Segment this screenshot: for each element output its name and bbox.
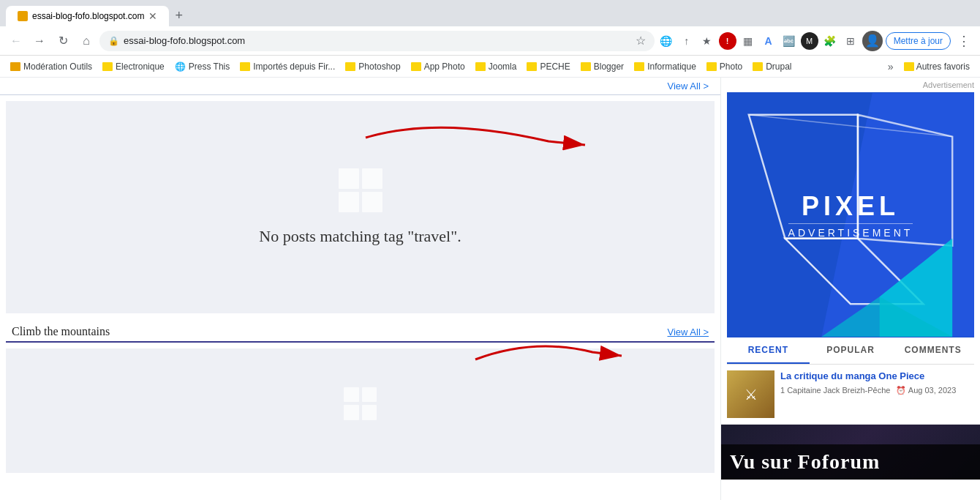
bookmark-informatique[interactable]: Informatique: [630, 60, 701, 73]
no-posts-message: No posts matching tag "travel".: [259, 227, 461, 246]
bookmark-importes[interactable]: Importés depuis Fir...: [235, 60, 339, 73]
bookmark-app-photo[interactable]: App Photo: [407, 60, 470, 73]
pixel-ad-subtitle: ADVERTISEMENT: [788, 223, 913, 239]
bookmark-blogger[interactable]: Blogger: [576, 60, 628, 73]
view-all-link-top[interactable]: View All >: [668, 81, 709, 92]
active-tab[interactable]: essai-blog-fofo.blogspot.com ✕: [6, 6, 169, 26]
bookmark-joomla[interactable]: Joomla: [471, 60, 521, 73]
folder-icon: [240, 62, 250, 71]
update-button[interactable]: Mettre à jour: [886, 32, 951, 50]
foforum-overlay-banner: Vu sur Foforum: [721, 444, 980, 480]
tab-title: essai-blog-fofo.blogspot.com: [32, 11, 144, 21]
menu-button[interactable]: ⋮: [954, 31, 974, 51]
globe-icon: 🌐: [175, 61, 186, 72]
logo-tile-3: [339, 192, 359, 212]
profile-button[interactable]: 👤: [862, 31, 883, 51]
article-2-thumbnail: Vu sur Foforum: [721, 425, 980, 480]
windows-logo: [339, 168, 382, 212]
ext-manga[interactable]: M: [801, 32, 818, 50]
ext-square[interactable]: ▦: [739, 32, 757, 50]
ad-label: Advertisement: [721, 78, 980, 92]
article-1-author: 1 Capitaine Jack Breizh-Pêche: [780, 386, 890, 395]
home-button[interactable]: ⌂: [76, 31, 97, 51]
bookmark-autres-favoris[interactable]: Autres favoris: [900, 60, 974, 73]
folder-icon: [634, 62, 644, 71]
tab-popular[interactable]: POPULAR: [810, 337, 892, 364]
bookmarks-more-button[interactable]: »: [885, 59, 897, 74]
tab-favicon: [18, 11, 28, 21]
sidebar-article-1: ⚔ La critique du manga One Piece 1 Capit…: [721, 365, 980, 425]
bookmark-star-icon[interactable]: ☆: [636, 34, 646, 48]
bookmark-electronique[interactable]: Electronique: [98, 60, 169, 73]
bookmark-label: Photoshop: [358, 61, 400, 72]
bookmark-moderation-outils[interactable]: Modération Outils: [6, 60, 97, 73]
tab-bar: essai-blog-fofo.blogspot.com ✕ +: [0, 0, 980, 26]
bookmark-drupal[interactable]: Drupal: [748, 60, 796, 73]
bookmark-label: Modération Outils: [23, 61, 92, 72]
forward-button[interactable]: →: [29, 31, 50, 51]
section-view-all-link[interactable]: View All >: [668, 327, 709, 337]
folder-icon: [411, 62, 421, 71]
bookmark-photoshop[interactable]: Photoshop: [341, 60, 404, 73]
logo-tile-1: [344, 387, 359, 403]
page-body: View All > No: [0, 78, 980, 500]
bookmark-label: Drupal: [766, 61, 791, 72]
new-tab-button[interactable]: +: [169, 5, 189, 26]
browser-frame: essai-blog-fofo.blogspot.com ✕ + ← → ↻ ⌂…: [0, 0, 980, 78]
logo-tile-2: [362, 387, 377, 403]
logo-tile-4: [362, 405, 377, 420]
refresh-button[interactable]: ↻: [53, 31, 73, 51]
pixel-ad-title: PIXEL: [788, 191, 913, 222]
view-all-bar-top: View All >: [0, 78, 720, 95]
windows-logo-2: [344, 387, 377, 420]
article-1-img-placeholder: ⚔: [727, 370, 774, 418]
share-icon[interactable]: ↑: [678, 32, 696, 50]
article-1-meta: 1 Capitaine Jack Breizh-Pêche ⏰ Aug 03, …: [780, 386, 974, 395]
empty-post-block: No posts matching tag "travel".: [6, 101, 715, 313]
bookmark-peche[interactable]: PECHE: [522, 60, 574, 73]
ext-puzzle[interactable]: 🧩: [821, 32, 839, 50]
folder-icon: [10, 62, 20, 71]
ext-a-blue[interactable]: A: [760, 32, 777, 50]
bookmark-label: Joomla: [489, 61, 517, 72]
lock-icon: 🔒: [108, 36, 119, 46]
ext-sidebar[interactable]: ⊞: [842, 32, 859, 50]
logo-tile-4: [362, 192, 382, 212]
section-header-wrapper: Climb the mountains View All >: [0, 319, 720, 343]
article-1-date: ⏰ Aug 03, 2023: [896, 386, 956, 395]
tab-close-icon[interactable]: ✕: [148, 10, 157, 22]
tab-recent[interactable]: RECENT: [727, 337, 810, 364]
address-bar[interactable]: 🔒 essai-blog-fofo.blogspot.com ☆: [99, 31, 655, 51]
logo-tile-2: [362, 168, 382, 189]
star-icon[interactable]: ★: [698, 32, 716, 50]
url-text: essai-blog-fofo.blogspot.com: [124, 35, 631, 46]
folder-icon: [581, 62, 591, 71]
sidebar-tabs: RECENT POPULAR COMMENTS: [727, 337, 974, 365]
folder-icon: [904, 62, 914, 71]
bookmark-label: PECHE: [540, 61, 570, 72]
logo-tile-3: [344, 405, 359, 420]
tab-comments[interactable]: COMMENTS: [892, 337, 974, 364]
logo-tile-1: [339, 168, 359, 189]
article-1-thumbnail: ⚔: [727, 370, 774, 418]
bookmark-label: Press This: [189, 61, 230, 72]
section-title: Climb the mountains: [12, 325, 110, 338]
bookmark-press-this[interactable]: 🌐 Press This: [170, 60, 234, 73]
translate-icon[interactable]: 🌐: [657, 32, 675, 50]
folder-icon: [345, 62, 355, 71]
bookmark-label: App Photo: [424, 61, 465, 72]
bookmark-photo[interactable]: Photo: [702, 60, 747, 73]
empty-post-wrapper: No posts matching tag "travel".: [0, 101, 720, 313]
back-button[interactable]: ←: [6, 31, 26, 51]
second-post-block: [6, 348, 715, 473]
folder-icon: [475, 62, 486, 71]
ext-red[interactable]: !: [719, 32, 736, 50]
toolbar: ← → ↻ ⌂ 🔒 essai-blog-fofo.blogspot.com ☆…: [0, 26, 980, 56]
bookmark-label: Blogger: [594, 61, 624, 72]
bookmarks-bar: Modération Outils Electronique 🌐 Press T…: [0, 56, 980, 78]
sidebar-article-2: Vu sur Foforum: [721, 425, 980, 480]
article-1-title[interactable]: La critique du manga One Piece: [780, 370, 974, 383]
main-content: View All > No: [0, 78, 720, 500]
bookmark-label: Importés depuis Fir...: [253, 61, 335, 72]
ext-translate-flag[interactable]: 🔤: [780, 32, 798, 50]
